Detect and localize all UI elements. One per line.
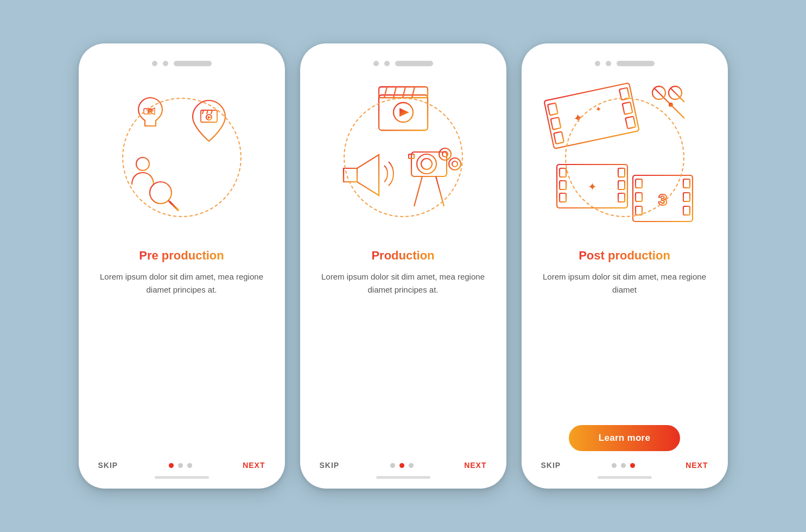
dashed-circle-1 [122,98,242,217]
svg-line-20 [412,87,415,98]
production-desc: Lorem ipsum dolor sit dim amet, mea regi… [315,270,491,361]
speaker-pill-1 [174,61,212,66]
svg-line-19 [403,87,405,98]
dot-1-2 [178,463,183,468]
svg-rect-67 [683,193,690,201]
post-production-desc: Lorem ipsum dolor sit dim amet, mea regi… [537,270,713,415]
dot-3-1 [612,463,617,468]
phone-2-bottom: SKIP NEXT [315,461,491,470]
home-bar-2 [376,476,430,479]
speaker-pill-2 [395,61,433,66]
camera-dot-5 [595,61,600,66]
svg-point-51 [669,103,673,107]
production-title: Production [371,249,434,263]
skip-button-1[interactable]: SKIP [98,461,118,470]
nav-dots-2 [390,463,414,468]
post-production-title: Post production [579,249,670,263]
post-production-illustration: ✦ ✦ [549,76,701,239]
svg-rect-53 [560,168,566,177]
camera-dot-6 [606,61,611,66]
svg-rect-55 [560,193,566,202]
svg-line-18 [394,87,396,98]
pre-production-illustration [106,76,258,239]
dot-3-3 [630,463,635,468]
svg-rect-68 [683,206,690,215]
skip-button-2[interactable]: SKIP [320,461,340,470]
skip-button-3[interactable]: SKIP [541,461,561,470]
next-button-3[interactable]: NEXT [686,461,708,470]
nav-dots-1 [169,463,192,468]
home-bar-3 [598,476,652,479]
dot-2-3 [409,463,414,468]
pre-production-title: Pre production [139,249,224,263]
svg-line-49 [671,88,684,102]
dashed-circle-2 [344,98,463,217]
speaker-pill-3 [617,61,655,66]
svg-rect-37 [547,103,557,115]
phone-top-bar-2 [315,61,491,66]
svg-line-43 [557,98,567,145]
next-button-2[interactable]: NEXT [464,461,486,470]
svg-rect-66 [683,179,690,188]
pre-production-desc: Lorem ipsum dolor sit dim amet, mea regi… [94,270,270,361]
phone-post-production: ✦ ✦ [522,43,728,489]
dot-2-1 [390,463,395,468]
phone-3-bottom: SKIP NEXT [537,461,713,470]
camera-dot-2 [163,61,168,66]
phone-production: Production Lorem ipsum dolor sit dim ame… [300,43,506,489]
phone-pre-production: Pre production Lorem ipsum dolor sit dim… [79,43,285,489]
svg-rect-39 [554,131,564,144]
dashed-circle-3 [565,98,684,217]
camera-dot-4 [384,61,390,66]
phone-1-bottom: SKIP NEXT [94,461,270,470]
next-button-1[interactable]: NEXT [243,461,265,470]
phones-container: Pre production Lorem ipsum dolor sit dim… [79,43,728,489]
svg-rect-38 [550,117,561,130]
nav-dots-3 [612,463,635,468]
phone-top-bar-3 [537,61,713,66]
dot-2-2 [399,463,404,468]
svg-rect-54 [560,181,566,189]
production-illustration [327,76,479,239]
phone-top-bar-1 [94,61,270,66]
dot-1-3 [187,463,192,468]
camera-dot-3 [373,61,379,66]
svg-line-17 [384,87,387,98]
dot-1-1 [169,463,174,468]
home-bar-1 [155,476,209,479]
learn-more-button[interactable]: Learn more [569,425,681,451]
dot-3-2 [621,463,626,468]
camera-dot-1 [152,61,157,66]
